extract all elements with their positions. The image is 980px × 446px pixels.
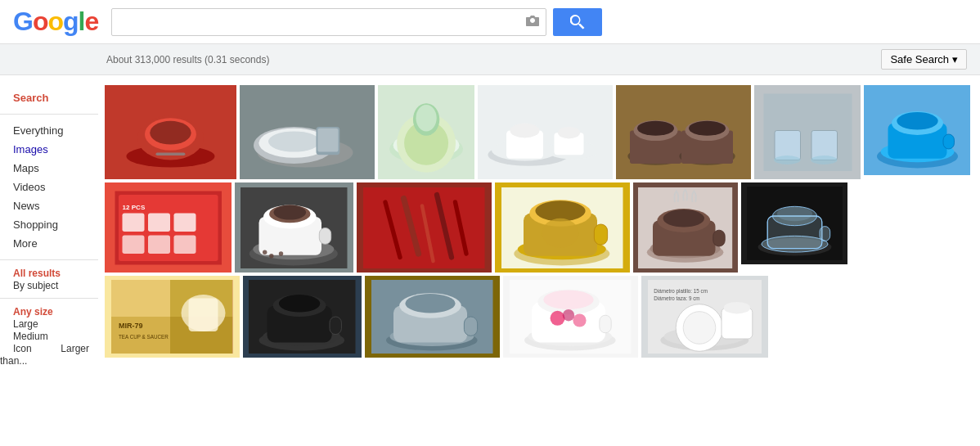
search-box-container: taza y platillo	[111, 8, 546, 36]
sidebar-item-news[interactable]: News	[0, 196, 98, 215]
sidebar-item-images[interactable]: Images	[0, 140, 98, 159]
svg-point-16	[416, 105, 436, 131]
safe-search-label: Safe Search	[890, 53, 949, 65]
svg-rect-106	[330, 317, 341, 335]
svg-rect-46	[122, 213, 144, 232]
svg-point-61	[269, 254, 273, 258]
image-result-2[interactable]	[240, 85, 375, 179]
sidebar-search-section: Search	[0, 88, 98, 107]
svg-rect-99	[189, 299, 218, 332]
svg-rect-59	[320, 228, 331, 244]
svg-point-8	[268, 131, 320, 151]
header: Google taza y platillo	[0, 0, 980, 44]
image-grid: 12 PCS	[105, 85, 973, 358]
safe-search-button[interactable]: Safe Search ▾	[881, 49, 967, 70]
svg-point-41	[897, 112, 937, 130]
svg-rect-90	[820, 227, 830, 241]
sidebar-item-more[interactable]: More	[0, 234, 98, 253]
main-layout: Search Everything Images Maps Videos New…	[0, 75, 980, 386]
svg-point-62	[279, 251, 283, 255]
image-result-1[interactable]	[105, 85, 236, 179]
image-result-7[interactable]	[864, 85, 970, 175]
image-result-10[interactable]	[357, 182, 492, 273]
svg-point-89	[776, 206, 811, 221]
svg-rect-75	[595, 224, 608, 245]
svg-point-122	[573, 313, 587, 327]
svg-point-31	[689, 121, 726, 136]
svg-point-112	[406, 294, 456, 313]
sidebar-item-shopping[interactable]: Shopping	[0, 215, 98, 234]
svg-point-82	[663, 209, 704, 228]
safe-search-arrow: ▾	[952, 53, 958, 65]
sidebar-item-maps[interactable]: Maps	[0, 159, 98, 178]
svg-rect-35	[811, 130, 838, 160]
svg-text:TEA CUP & SAUCER: TEA CUP & SAUCER	[119, 334, 169, 340]
results-count: About 313,000 results (0.31 seconds)	[106, 54, 269, 65]
sidebar-divider-1	[0, 114, 98, 115]
image-result-4[interactable]	[478, 85, 613, 179]
svg-point-130	[723, 302, 749, 313]
svg-point-34	[774, 155, 800, 164]
svg-text:MIR-79: MIR-79	[119, 322, 143, 330]
search-input[interactable]: taza y platillo	[119, 15, 523, 29]
svg-rect-123	[600, 315, 611, 333]
svg-rect-42	[943, 134, 955, 149]
svg-point-121	[563, 309, 574, 321]
svg-point-27	[637, 121, 674, 136]
image-result-18[interactable]: Diámetro platillo: 15 cm Diámetro taza: …	[641, 276, 768, 358]
image-result-6[interactable]	[754, 85, 861, 179]
image-result-3[interactable]	[378, 85, 474, 179]
image-result-14[interactable]: MIR-79 TEA CUP & SAUCER	[105, 276, 240, 358]
camera-icon[interactable]	[526, 15, 539, 29]
google-logo[interactable]: Google	[13, 7, 98, 37]
svg-rect-47	[148, 213, 170, 232]
content-area: 12 PCS	[98, 75, 980, 386]
results-bar: About 313,000 results (0.31 seconds) Saf…	[0, 44, 980, 75]
svg-point-23	[558, 127, 580, 138]
svg-point-58	[274, 205, 307, 219]
svg-rect-83	[713, 230, 725, 246]
sidebar-item-everything[interactable]: Everything	[0, 121, 98, 140]
image-result-15[interactable]	[243, 276, 362, 358]
svg-point-3	[150, 121, 191, 145]
svg-rect-63	[363, 187, 485, 268]
svg-point-76	[542, 218, 579, 247]
svg-point-120	[551, 311, 565, 326]
svg-rect-113	[465, 317, 478, 336]
svg-rect-10	[318, 128, 339, 152]
image-result-17[interactable]	[503, 276, 638, 358]
svg-text:Diámetro platillo: 15 cm: Diámetro platillo: 15 cm	[654, 288, 708, 295]
svg-point-60	[263, 250, 267, 254]
svg-rect-4	[155, 152, 185, 155]
image-result-5[interactable]	[616, 85, 751, 179]
search-form: taza y platillo	[111, 8, 602, 36]
svg-point-74	[536, 200, 586, 221]
sidebar-nav: Everything Images Maps Videos News Shopp…	[0, 121, 98, 253]
svg-rect-49	[122, 235, 144, 254]
sidebar-search-label: Search	[0, 88, 98, 107]
sidebar-divider-2	[0, 259, 98, 260]
svg-rect-51	[173, 235, 196, 254]
sidebar-by-subject[interactable]: By subject	[0, 277, 71, 294]
search-button[interactable]	[553, 8, 602, 36]
image-result-12[interactable]	[633, 182, 738, 273]
sidebar-item-videos[interactable]: Videos	[0, 178, 98, 196]
svg-point-119	[544, 291, 594, 309]
sidebar: Search Everything Images Maps Videos New…	[0, 75, 98, 386]
image-result-9[interactable]	[235, 182, 353, 273]
image-result-8[interactable]: 12 PCS	[105, 182, 232, 273]
sidebar-divider-3	[0, 298, 98, 299]
svg-text:Diámetro taza: 9 cm: Diámetro taza: 9 cm	[654, 295, 699, 301]
svg-rect-33	[775, 130, 801, 160]
svg-rect-50	[148, 235, 170, 254]
svg-point-36	[811, 155, 837, 164]
image-result-11[interactable]	[495, 182, 630, 273]
svg-point-105	[279, 295, 320, 313]
sidebar-size-section: Any size Large Medium Icon Larger than..…	[0, 305, 98, 367]
svg-point-20	[510, 123, 540, 137]
image-result-13[interactable]	[741, 182, 847, 264]
svg-point-128	[683, 312, 716, 345]
sidebar-filter-section: All results By subject	[0, 267, 98, 291]
svg-text:12 PCS: 12 PCS	[122, 204, 145, 211]
image-result-16[interactable]	[365, 276, 500, 358]
